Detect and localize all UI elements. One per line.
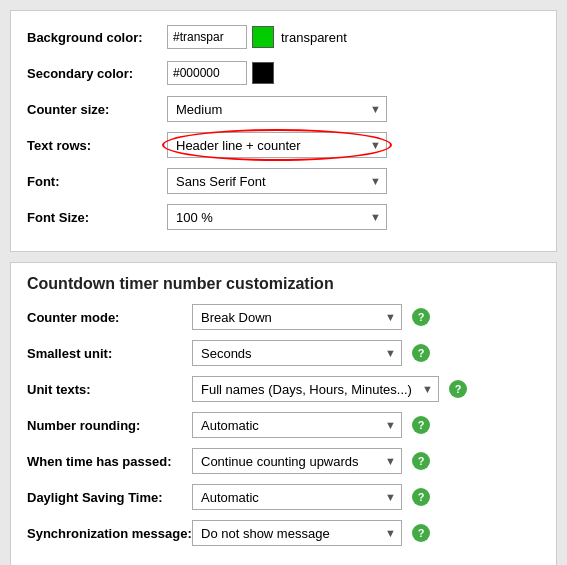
counter-size-controls: Small Medium Large Extra Large ▼ (167, 96, 540, 122)
secondary-color-label: Secondary color: (27, 66, 167, 81)
dst-select-wrapper: Automatic Enabled Disabled ▼ (192, 484, 402, 510)
unit-texts-label: Unit texts: (27, 382, 192, 397)
time-passed-select[interactable]: Continue counting upwards Stop at zero H… (192, 448, 402, 474)
sync-select-wrapper: Do not show message Show message ▼ (192, 520, 402, 546)
time-passed-label: When time has passed: (27, 454, 192, 469)
time-passed-help-icon[interactable]: ? (412, 452, 430, 470)
secondary-color-controls (167, 61, 540, 85)
font-size-label: Font Size: (27, 210, 167, 225)
number-rounding-label: Number rounding: (27, 418, 192, 433)
text-rows-select[interactable]: Counter only Header line + counter Heade… (167, 132, 387, 158)
number-rounding-help-icon[interactable]: ? (412, 416, 430, 434)
unit-texts-select-wrapper: Full names (Days, Hours, Minutes...) Sho… (192, 376, 439, 402)
font-size-select-wrapper: 75 % 100 % 125 % 150 % ▼ (167, 204, 387, 230)
text-rows-select-wrapper: Counter only Header line + counter Heade… (167, 132, 387, 158)
smallest-unit-label: Smallest unit: (27, 346, 192, 361)
counter-mode-label: Counter mode: (27, 310, 192, 325)
counter-mode-select-wrapper: Break Down Total Seconds Total Minutes ▼ (192, 304, 402, 330)
font-size-row: Font Size: 75 % 100 % 125 % 150 % ▼ (27, 203, 540, 231)
font-label: Font: (27, 174, 167, 189)
text-rows-row: Text rows: Counter only Header line + co… (27, 131, 540, 159)
bg-color-controls: transparent (167, 25, 540, 49)
counter-size-select-wrapper: Small Medium Large Extra Large ▼ (167, 96, 387, 122)
counter-mode-row: Counter mode: Break Down Total Seconds T… (27, 303, 540, 331)
counter-size-select[interactable]: Small Medium Large Extra Large (167, 96, 387, 122)
number-rounding-row: Number rounding: Automatic Round up Roun… (27, 411, 540, 439)
bg-color-row: Background color: transparent (27, 23, 540, 51)
smallest-unit-row: Smallest unit: Seconds Minutes Hours Day… (27, 339, 540, 367)
counter-size-label: Counter size: (27, 102, 167, 117)
counter-mode-help-icon[interactable]: ? (412, 308, 430, 326)
text-rows-controls: Counter only Header line + counter Heade… (167, 132, 540, 158)
time-passed-controls: Continue counting upwards Stop at zero H… (192, 448, 540, 474)
secondary-color-input[interactable] (167, 61, 247, 85)
text-rows-label: Text rows: (27, 138, 167, 153)
sync-help-icon[interactable]: ? (412, 524, 430, 542)
sync-select[interactable]: Do not show message Show message (192, 520, 402, 546)
number-rounding-select-wrapper: Automatic Round up Round down ▼ (192, 412, 402, 438)
font-controls: Sans Serif Font Serif Font Monospace Fon… (167, 168, 540, 194)
font-select[interactable]: Sans Serif Font Serif Font Monospace Fon… (167, 168, 387, 194)
secondary-color-swatch[interactable] (252, 62, 274, 84)
top-panel: Background color: transparent Secondary … (10, 10, 557, 252)
sync-controls: Do not show message Show message ▼ ? (192, 520, 540, 546)
dst-help-icon[interactable]: ? (412, 488, 430, 506)
number-rounding-controls: Automatic Round up Round down ▼ ? (192, 412, 540, 438)
bg-color-input[interactable] (167, 25, 247, 49)
sync-label: Synchronization message: (27, 526, 192, 541)
font-size-controls: 75 % 100 % 125 % 150 % ▼ (167, 204, 540, 230)
smallest-unit-controls: Seconds Minutes Hours Days ▼ ? (192, 340, 540, 366)
smallest-unit-help-icon[interactable]: ? (412, 344, 430, 362)
secondary-color-row: Secondary color: (27, 59, 540, 87)
counter-mode-select[interactable]: Break Down Total Seconds Total Minutes (192, 304, 402, 330)
smallest-unit-select[interactable]: Seconds Minutes Hours Days (192, 340, 402, 366)
bg-color-text: transparent (281, 30, 347, 45)
font-row: Font: Sans Serif Font Serif Font Monospa… (27, 167, 540, 195)
dst-controls: Automatic Enabled Disabled ▼ ? (192, 484, 540, 510)
smallest-unit-select-wrapper: Seconds Minutes Hours Days ▼ (192, 340, 402, 366)
bg-color-label: Background color: (27, 30, 167, 45)
unit-texts-controls: Full names (Days, Hours, Minutes...) Sho… (192, 376, 540, 402)
unit-texts-row: Unit texts: Full names (Days, Hours, Min… (27, 375, 540, 403)
sync-row: Synchronization message: Do not show mes… (27, 519, 540, 547)
bg-color-swatch[interactable] (252, 26, 274, 48)
font-size-select[interactable]: 75 % 100 % 125 % 150 % (167, 204, 387, 230)
font-select-wrapper: Sans Serif Font Serif Font Monospace Fon… (167, 168, 387, 194)
countdown-title: Countdown timer number customization (27, 275, 540, 293)
countdown-panel: Countdown timer number customization Cou… (10, 262, 557, 565)
dst-label: Daylight Saving Time: (27, 490, 192, 505)
dst-select[interactable]: Automatic Enabled Disabled (192, 484, 402, 510)
time-passed-select-wrapper: Continue counting upwards Stop at zero H… (192, 448, 402, 474)
counter-mode-controls: Break Down Total Seconds Total Minutes ▼… (192, 304, 540, 330)
unit-texts-select[interactable]: Full names (Days, Hours, Minutes...) Sho… (192, 376, 439, 402)
number-rounding-select[interactable]: Automatic Round up Round down (192, 412, 402, 438)
counter-size-row: Counter size: Small Medium Large Extra L… (27, 95, 540, 123)
unit-texts-help-icon[interactable]: ? (449, 380, 467, 398)
dst-row: Daylight Saving Time: Automatic Enabled … (27, 483, 540, 511)
time-passed-row: When time has passed: Continue counting … (27, 447, 540, 475)
